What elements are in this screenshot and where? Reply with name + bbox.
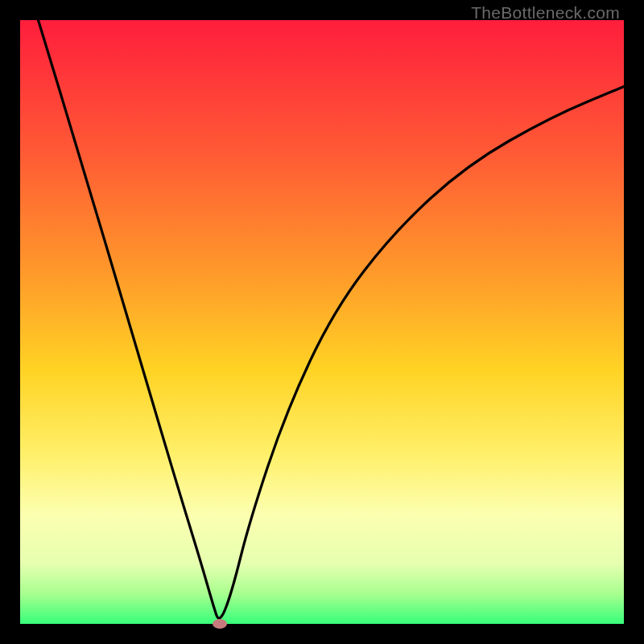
- chart-frame: [20, 20, 624, 624]
- bottleneck-curve: [20, 20, 624, 624]
- optimal-point-marker: [213, 619, 227, 629]
